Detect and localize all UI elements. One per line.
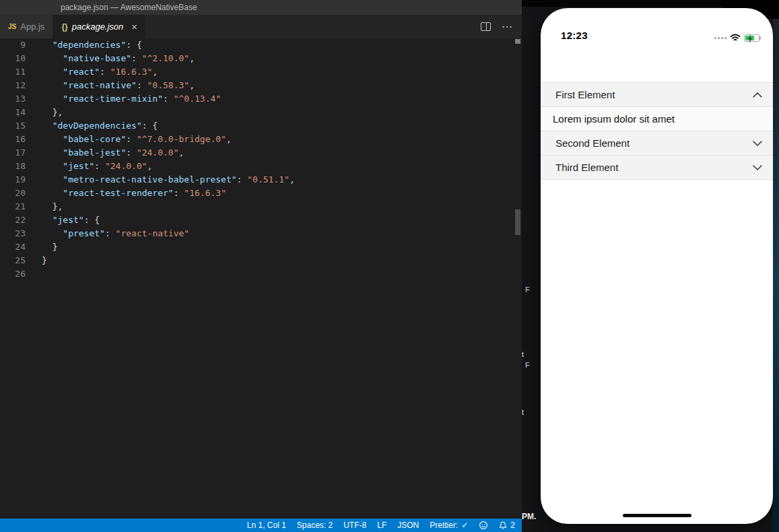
code-line[interactable]: 20 "react-test-renderer": "16.6.3" <box>0 187 522 200</box>
prettier-label: Prettier: <box>430 521 458 530</box>
code-token: : <box>100 67 110 77</box>
code-token: : <box>126 134 137 144</box>
code-line[interactable]: 15 "devDependencies": { <box>0 119 522 133</box>
js-file-icon: JS <box>8 23 16 30</box>
more-actions-icon[interactable]: ⋯ <box>502 22 512 32</box>
code-line[interactable]: 10 "native-base": "^2.10.0", <box>0 52 522 65</box>
tab-label: App.js <box>20 22 44 32</box>
code-token <box>42 215 53 225</box>
code-text: "preset": "react-native" <box>26 227 189 240</box>
code-token <box>42 188 63 198</box>
encoding-setting[interactable]: UTF-8 <box>343 521 366 530</box>
code-line[interactable]: 14 }, <box>0 106 522 119</box>
code-line[interactable]: 16 "babel-core": "^7.0.0-bridge.0", <box>0 133 522 146</box>
editor-tab-bar: JS App.js {} package.json × ⋯ <box>0 15 522 38</box>
code-token <box>42 161 63 171</box>
code-token: "0.58.3" <box>147 80 190 90</box>
code-token: : { <box>126 40 141 50</box>
code-line[interactable]: 22 "jest": { <box>0 213 522 227</box>
code-token: : <box>94 161 105 171</box>
indentation-setting[interactable]: Spaces: 2 <box>297 521 333 530</box>
code-token: "0.51.1" <box>247 174 290 185</box>
code-token <box>42 40 53 50</box>
code-line[interactable]: 18 "jest": "24.0.0", <box>0 160 522 173</box>
tab-packagejson[interactable]: {} package.json × <box>53 15 145 38</box>
code-editor[interactable]: 9 "dependencies": {10 "native-base": "^2… <box>0 38 522 519</box>
code-line[interactable]: 19 "metro-react-native-babel-preset": "0… <box>0 173 522 187</box>
desktop-text-fragment: PM. <box>522 512 536 521</box>
code-token: "devDependencies" <box>53 121 142 131</box>
close-tab-icon[interactable]: × <box>131 22 137 32</box>
line-number: 18 <box>0 160 26 173</box>
code-text: }, <box>26 200 63 213</box>
code-text: } <box>26 254 47 267</box>
home-indicator[interactable] <box>623 514 691 517</box>
tab-label: package.json <box>72 22 124 32</box>
accordion-list: First Element Lorem ipsum dolor sit amet… <box>541 82 773 180</box>
window-titlebar: package.json — AwesomeNativeBase <box>0 0 522 15</box>
eol-setting[interactable]: LF <box>377 521 386 530</box>
code-text: } <box>26 240 57 254</box>
chevron-up-icon <box>753 92 762 98</box>
code-token: "babel-core" <box>63 134 126 144</box>
editor-actions: ⋯ <box>481 15 522 38</box>
code-line[interactable]: 21 }, <box>0 200 522 213</box>
code-text: "react-timer-mixin": "^0.13.4" <box>26 92 221 106</box>
code-text: }, <box>26 106 63 119</box>
code-token <box>42 201 53 211</box>
code-token: : <box>131 53 142 63</box>
bell-icon <box>499 521 507 530</box>
code-token: : { <box>142 121 158 131</box>
split-editor-icon[interactable] <box>481 22 491 31</box>
accordion-label: Third Element <box>555 162 618 173</box>
code-token <box>42 147 63 158</box>
code-token: , <box>226 134 232 144</box>
feedback-smiley-icon[interactable] <box>479 521 488 530</box>
code-token: "jest" <box>53 215 84 225</box>
code-line[interactable]: 23 "preset": "react-native" <box>0 227 522 240</box>
code-line[interactable]: 11 "react": "16.6.3", <box>0 65 522 79</box>
code-token: "24.0.0" <box>137 147 179 158</box>
code-token <box>42 242 53 252</box>
desktop-icon-fragment: t <box>522 408 524 416</box>
code-line[interactable]: 13 "react-timer-mixin": "^0.13.4" <box>0 92 522 106</box>
chevron-down-icon <box>753 165 762 170</box>
prettier-status[interactable]: Prettier: ✓ <box>430 521 468 530</box>
cursor-position[interactable]: Ln 1, Col 1 <box>247 521 286 530</box>
code-token: } <box>53 242 58 252</box>
line-number: 22 <box>0 213 26 227</box>
code-token: , <box>290 174 295 185</box>
code-token: "react-native" <box>63 80 137 90</box>
accordion-content-text: Lorem ipsum dolor sit amet <box>553 113 675 125</box>
code-token: "react-native" <box>116 228 190 238</box>
code-token: "16.6.3" <box>110 67 153 77</box>
language-mode[interactable]: JSON <box>397 521 419 530</box>
line-number: 12 <box>0 79 26 92</box>
code-line[interactable]: 17 "babel-jest": "24.0.0", <box>0 146 522 160</box>
accordion-header-first[interactable]: First Element <box>541 83 773 107</box>
code-token: : <box>163 94 174 104</box>
code-line[interactable]: 9 "dependencies": { <box>0 38 522 52</box>
code-text: "jest": { <box>26 213 100 227</box>
notifications-bell[interactable]: 2 <box>499 521 515 530</box>
code-line[interactable]: 24 } <box>0 240 522 254</box>
desktop-icon-fragment: F <box>525 361 530 369</box>
editor-scrollbar[interactable] <box>515 209 520 235</box>
code-token: , <box>189 80 195 90</box>
code-token: }, <box>53 107 63 117</box>
status-bar-time: 12:23 <box>561 30 588 41</box>
code-line[interactable]: 26 <box>0 267 522 281</box>
code-token <box>42 174 63 185</box>
line-number: 16 <box>0 133 26 146</box>
code-token: "^7.0.0-bridge.0" <box>137 134 226 144</box>
tab-appjs[interactable]: JS App.js <box>0 15 53 38</box>
code-token: : <box>174 188 184 198</box>
desktop-icon-fragment: t <box>522 350 524 358</box>
accordion-header-second[interactable]: Second Element <box>541 131 773 156</box>
battery-icon <box>744 34 759 42</box>
accordion-header-third[interactable]: Third Element <box>541 156 773 180</box>
line-number: 20 <box>0 187 26 200</box>
window-title: package.json — AwesomeNativeBase <box>61 3 197 12</box>
code-line[interactable]: 12 "react-native": "0.58.3", <box>0 79 522 92</box>
code-line[interactable]: 25} <box>0 254 522 267</box>
